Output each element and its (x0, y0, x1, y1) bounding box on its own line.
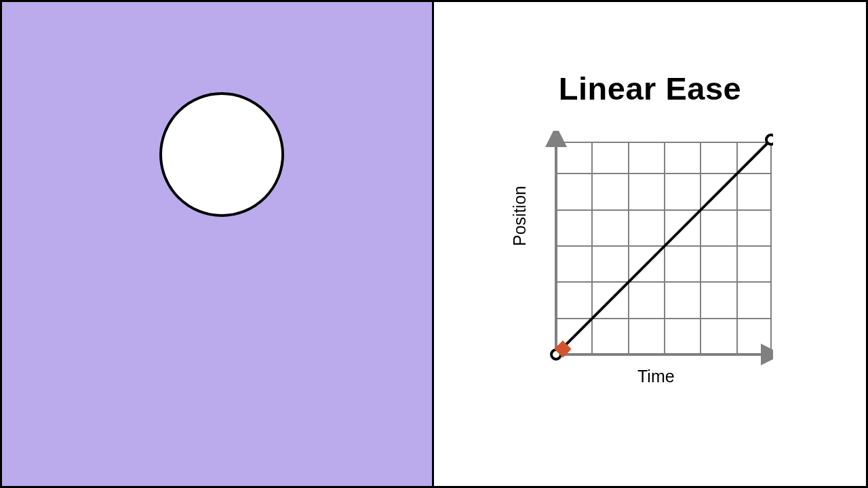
diagram-container: Linear Ease Position Time (2, 2, 866, 486)
curve-end-point (766, 135, 773, 144)
chart-svg (529, 131, 773, 375)
ease-curve (556, 140, 771, 354)
chart-title: Linear Ease (434, 70, 866, 107)
y-axis-label: Position (510, 186, 530, 246)
animation-stage (2, 2, 434, 486)
chart-plot-area (529, 131, 773, 375)
chart-panel: Linear Ease Position Time (434, 2, 866, 486)
animated-circle (159, 92, 284, 217)
